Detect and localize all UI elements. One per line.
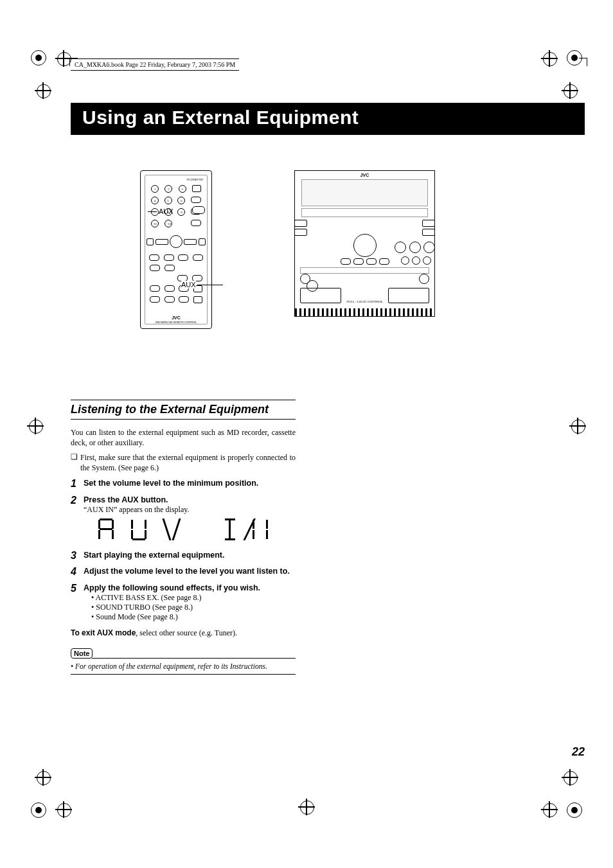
aux-label-remote: AUX — [159, 208, 173, 215]
running-head: CA_MXKA6.book Page 22 Friday, February 7… — [71, 58, 239, 71]
crop-mark — [31, 50, 46, 66]
crop-mark — [35, 769, 51, 786]
step-text: Start playing the external equipment. — [84, 550, 296, 562]
step-3: 3 Start playing the external equipment. — [71, 550, 296, 562]
step-bullet: • SOUND TURBO (See page 8.) — [84, 603, 296, 612]
step-text: Adjust the volume level to the level you… — [84, 566, 296, 578]
note-tag: Note — [71, 648, 93, 659]
step-text: Set the volume level to the minimum posi… — [84, 478, 296, 490]
remote-illustration: STANDBY/ON 123 456 789 10+10 — [140, 170, 212, 329]
step-number: 3 — [71, 550, 80, 562]
step-number: 4 — [71, 566, 80, 578]
section-title: Listening to the External Equipment — [71, 403, 296, 416]
display-readout — [71, 518, 296, 545]
step-number: 2 — [71, 495, 80, 515]
step-5: 5 Apply the following sound effects, if … — [71, 583, 296, 622]
crop-mark — [35, 82, 51, 99]
leader-line — [197, 285, 223, 285]
intro-text: You can listen to the external equipment… — [71, 427, 296, 448]
step-bullet: • ACTIVE BASS EX. (See page 8.) — [84, 593, 296, 603]
system-logo: JVC — [360, 173, 369, 177]
step-number: 5 — [71, 583, 80, 622]
section-rule — [71, 419, 296, 420]
section-rule — [71, 400, 296, 400]
system-illustration: JVC — [294, 170, 435, 317]
aux-label-system: AUX — [181, 281, 196, 288]
step-subtext: “AUX IN” appears on the display. — [84, 505, 296, 515]
step-text: Apply the following sound effects, if yo… — [84, 583, 296, 593]
step-2: 2 Press the AUX button. “AUX IN” appears… — [71, 495, 296, 515]
crop-mark — [567, 802, 582, 818]
crop-mark — [541, 801, 558, 818]
crop-mark — [27, 418, 44, 434]
step-text: Press the AUX button. — [84, 495, 296, 505]
step-bullet: • Sound Mode (See page 8.) — [84, 612, 296, 622]
crop-mark — [31, 802, 46, 818]
diagram-row: STANDBY/ON 123 456 789 10+10 — [71, 170, 585, 329]
leader-line — [148, 211, 157, 212]
crop-mark — [562, 769, 578, 786]
square-bullet-icon: ❏ — [71, 452, 78, 473]
exit-instruction: To exit AUX mode, select other source (e… — [71, 628, 296, 638]
page-title: Using an External Equipment — [71, 103, 585, 135]
step-4: 4 Adjust the volume level to the level y… — [71, 566, 296, 578]
page-number: 22 — [572, 745, 585, 759]
precondition-text: First, make sure that the external equip… — [80, 452, 296, 473]
remote-aux-button-highlight — [192, 206, 205, 214]
remote-sublogo: RM-SMXKA6R REMOTE CONTROL — [145, 321, 207, 324]
crop-mark — [298, 799, 315, 815]
crop-mark — [55, 801, 72, 818]
remote-logo: JVC — [145, 315, 207, 320]
step-number: 1 — [71, 478, 80, 490]
note-box: Note • For operation of the external equ… — [71, 648, 296, 675]
step-1: 1 Set the volume level to the minimum po… — [71, 478, 296, 490]
note-text: • For operation of the external equipmen… — [71, 662, 296, 670]
